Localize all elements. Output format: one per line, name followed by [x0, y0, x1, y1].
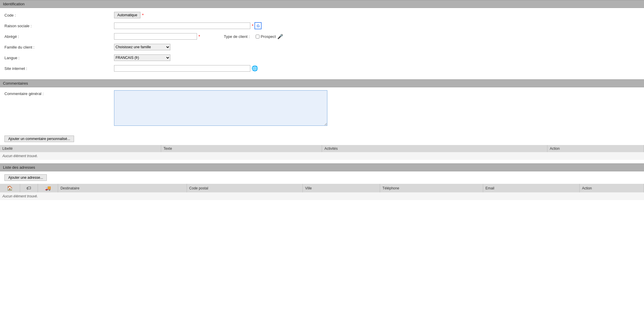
- addresses-table-header: 🏠 🏷 🚚 Destinataire Code postal Ville Tél…: [0, 184, 644, 192]
- code-row: Code : Automatique *: [4, 11, 640, 19]
- commentaire-row: Commentaire général :: [4, 90, 640, 126]
- col-email: Email: [483, 184, 579, 192]
- commentaires-form: Commentaire général :: [0, 87, 644, 133]
- addresses-table: 🏠 🏷 🚚 Destinataire Code postal Ville Tél…: [0, 184, 644, 200]
- comments-empty-row: Aucun élément trouvé.: [0, 152, 644, 160]
- code-label: Code :: [4, 13, 114, 17]
- site-internet-row: Site internet : 🌐: [4, 64, 640, 73]
- col-destinataire: Destinataire: [58, 184, 187, 192]
- abrege-label: Abrégé :: [4, 34, 114, 39]
- commentaires-title: Commentaires: [3, 81, 28, 86]
- langue-select[interactable]: FRANCAIS (fr): [114, 54, 170, 61]
- abrege-row: Abrégé : * Type de client : Prospect 🎤: [4, 32, 640, 41]
- globe-icon[interactable]: 🌐: [251, 65, 258, 72]
- identification-title: Identification: [3, 2, 25, 6]
- col-tag-icon: 🏷: [20, 184, 38, 192]
- famille-label: Famille du client :: [4, 45, 114, 49]
- commentaire-control: [114, 90, 640, 126]
- type-client-section: Type de client : Prospect 🎤: [224, 34, 283, 39]
- truck-icon: 🚚: [45, 186, 51, 191]
- comments-table-header: Libellé Texte Activités Action: [0, 145, 644, 152]
- code-required: *: [142, 13, 143, 17]
- identification-form: Code : Automatique * Raison sociale : * …: [0, 8, 644, 79]
- adresses-header: Liste des adresses: [0, 163, 644, 171]
- commentaire-textarea[interactable]: [114, 90, 327, 126]
- prospect-checkbox[interactable]: [256, 35, 259, 38]
- code-button[interactable]: Automatique: [114, 12, 140, 18]
- add-comment-button[interactable]: Ajouter un commentaire personnalisé...: [4, 136, 74, 142]
- abrege-control: * Type de client : Prospect 🎤: [114, 33, 640, 40]
- col-home-icon: 🏠: [0, 184, 20, 192]
- commentaire-label: Commentaire général :: [4, 90, 114, 96]
- comments-empty-message: Aucun élément trouvé.: [0, 152, 644, 160]
- raison-sociale-row: Raison sociale : * G: [4, 22, 640, 30]
- home-icon: 🏠: [7, 186, 13, 191]
- col-action-addr: Action: [579, 184, 644, 192]
- site-internet-input[interactable]: [114, 65, 250, 72]
- comments-table: Libellé Texte Activités Action Aucun élé…: [0, 145, 644, 160]
- tag-icon: 🏷: [26, 186, 31, 191]
- add-address-button[interactable]: Ajouter une adresse...: [4, 174, 47, 181]
- raison-sociale-control: * G: [114, 22, 640, 29]
- raison-sociale-required: *: [252, 23, 253, 28]
- col-ville: Ville: [303, 184, 380, 192]
- prospect-label: Prospect: [261, 34, 276, 39]
- code-control: Automatique *: [114, 12, 640, 18]
- langue-label: Langue :: [4, 56, 114, 60]
- mic-icon[interactable]: 🎤: [277, 34, 283, 39]
- langue-row: Langue : FRANCAIS (fr): [4, 54, 640, 62]
- col-activites: Activités: [322, 145, 547, 152]
- raison-sociale-input[interactable]: [114, 22, 250, 29]
- abrege-required: *: [198, 34, 200, 39]
- type-client-label: Type de client :: [224, 34, 249, 39]
- langue-control: FRANCAIS (fr): [114, 54, 640, 61]
- col-libelle: Libellé: [0, 145, 161, 152]
- col-code-postal: Code postal: [187, 184, 302, 192]
- site-internet-control: 🌐: [114, 65, 640, 72]
- famille-select[interactable]: Choisissez une famille: [114, 44, 170, 50]
- addresses-empty-row: Aucun élément trouvé.: [0, 192, 644, 200]
- col-telephone: Téléphone: [380, 184, 483, 192]
- identification-header: Identification: [0, 0, 644, 8]
- page-wrapper: Identification Code : Automatique * Rais…: [0, 0, 644, 200]
- commentaires-header: Commentaires: [0, 79, 644, 87]
- prospect-area: Prospect 🎤: [256, 34, 283, 39]
- google-search-icon[interactable]: G: [254, 22, 262, 29]
- adresses-title: Liste des adresses: [3, 165, 35, 170]
- col-action: Action: [547, 145, 644, 152]
- addresses-empty-message: Aucun élément trouvé.: [0, 192, 644, 200]
- abrege-input[interactable]: [114, 33, 197, 40]
- famille-control: Choisissez une famille: [114, 44, 640, 50]
- famille-row: Famille du client : Choisissez une famil…: [4, 43, 640, 51]
- site-internet-label: Site internet :: [4, 66, 114, 71]
- col-truck-icon: 🚚: [38, 184, 58, 192]
- col-texte: Texte: [161, 145, 322, 152]
- raison-sociale-label: Raison sociale :: [4, 24, 114, 28]
